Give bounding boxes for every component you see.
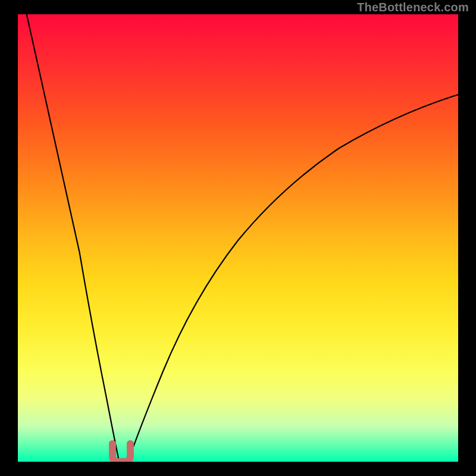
- curve-right-branch: [128, 95, 458, 462]
- curve-left-branch: [27, 14, 119, 462]
- chart-frame: TheBottleneck.com: [0, 0, 476, 476]
- plot-area: [18, 14, 458, 462]
- watermark-text: TheBottleneck.com: [357, 1, 469, 13]
- valley-dot-left-1: [109, 440, 116, 447]
- valley-dot-left-2: [109, 447, 116, 455]
- valley-dot-right: [127, 440, 134, 447]
- curve-layer: [18, 14, 458, 462]
